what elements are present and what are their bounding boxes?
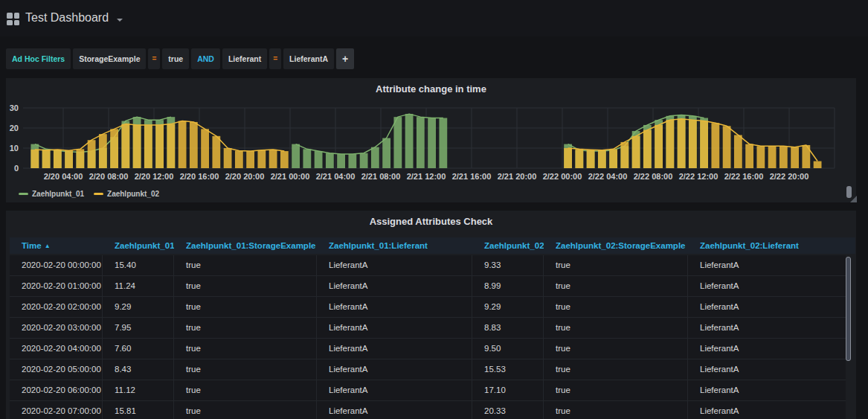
bar-Zaehlpunkt_02[interactable] xyxy=(235,151,243,168)
bar-Zaehlpunkt_01[interactable] xyxy=(382,138,390,169)
bar-Zaehlpunkt_02[interactable] xyxy=(791,147,799,168)
table-cell: LieferantA xyxy=(688,255,846,275)
table-cell: 15.40 xyxy=(103,255,174,275)
bar-Zaehlpunkt_02[interactable] xyxy=(121,124,129,168)
table-cell: LieferantA xyxy=(688,380,846,400)
bar-Zaehlpunkt_02[interactable] xyxy=(609,149,617,168)
bar-Zaehlpunkt_02[interactable] xyxy=(723,126,731,168)
x-axis-label: 2/20 20:00 xyxy=(225,172,265,181)
bar-Zaehlpunkt_02[interactable] xyxy=(54,150,62,168)
bar-Zaehlpunkt_01[interactable] xyxy=(315,151,323,168)
dashboard-title[interactable]: Test Dashboard xyxy=(25,11,109,25)
bar-Zaehlpunkt_02[interactable] xyxy=(212,136,220,168)
bar-Zaehlpunkt_02[interactable] xyxy=(643,130,652,168)
bar-Zaehlpunkt_02[interactable] xyxy=(678,119,686,168)
legend-item[interactable]: Zaehlpunkt_01 xyxy=(19,190,84,198)
legend-item[interactable]: Zaehlpunkt_02 xyxy=(94,190,159,198)
column-header-zaehlpunkt-02[interactable]: Zaehlpunkt_02 xyxy=(472,237,544,254)
bar-Zaehlpunkt_02[interactable] xyxy=(666,120,674,168)
bar-Zaehlpunkt_02[interactable] xyxy=(779,146,788,168)
bar-Zaehlpunkt_02[interactable] xyxy=(42,150,51,168)
bar-Zaehlpunkt_01[interactable] xyxy=(439,118,447,169)
bar-Zaehlpunkt_02[interactable] xyxy=(280,151,289,168)
bar-Zaehlpunkt_02[interactable] xyxy=(133,125,141,168)
x-axis-label: 2/22 04:00 xyxy=(588,172,628,181)
table-cell: 2020-02-20 02:00:00 xyxy=(10,297,103,317)
bar-Zaehlpunkt_02[interactable] xyxy=(65,150,73,168)
bar-Zaehlpunkt_02[interactable] xyxy=(700,121,708,168)
filter-segment-key[interactable]: StorageExample xyxy=(73,48,146,69)
panel-resize-handle[interactable] xyxy=(850,196,857,202)
bar-Zaehlpunkt_02[interactable] xyxy=(155,125,164,168)
bar-Zaehlpunkt_02[interactable] xyxy=(620,142,629,168)
bar-Zaehlpunkt_02[interactable] xyxy=(575,149,583,168)
table-cell: LieferantA xyxy=(317,339,472,359)
dashboards-grid-icon[interactable] xyxy=(7,13,19,25)
bar-Zaehlpunkt_01[interactable] xyxy=(371,147,379,168)
bar-Zaehlpunkt_01[interactable] xyxy=(292,144,300,168)
table-cell: 8.43 xyxy=(103,359,174,380)
column-header-zaehlpunkt-01[interactable]: Zaehlpunkt_01 xyxy=(103,237,174,254)
bar-Zaehlpunkt_02[interactable] xyxy=(201,129,209,168)
bar-Zaehlpunkt_02[interactable] xyxy=(745,144,753,168)
bar-Zaehlpunkt_02[interactable] xyxy=(711,123,719,168)
table-panel-title[interactable]: Assigned Attributes Check xyxy=(6,216,856,227)
legend-series-label: Zaehlpunkt_01 xyxy=(32,190,84,198)
bar-Zaehlpunkt_02[interactable] xyxy=(632,136,640,168)
add-filter-button[interactable]: + xyxy=(336,48,354,69)
bar-Zaehlpunkt_01[interactable] xyxy=(337,154,345,168)
bar-Zaehlpunkt_01[interactable] xyxy=(303,149,311,168)
bar-Zaehlpunkt_02[interactable] xyxy=(110,129,118,168)
table-cell: LieferantA xyxy=(317,380,472,400)
bar-Zaehlpunkt_02[interactable] xyxy=(30,150,39,168)
bar-Zaehlpunkt_02[interactable] xyxy=(224,148,232,168)
filter-segment-op[interactable]: = xyxy=(148,48,160,69)
table-body: 2020-02-20 00:00:0015.40trueLieferantA9.… xyxy=(10,255,846,419)
bar-Zaehlpunkt_01[interactable] xyxy=(393,117,402,168)
table-cell: LieferantA xyxy=(317,401,472,419)
chevron-down-icon[interactable] xyxy=(117,19,123,22)
bar-Zaehlpunkt_02[interactable] xyxy=(734,135,742,168)
bar-Zaehlpunkt_02[interactable] xyxy=(587,150,595,168)
column-header-zaehlpunkt-01-lieferant[interactable]: Zaehlpunkt_01:Lieferant xyxy=(317,237,472,254)
column-header-zaehlpunkt-02-lieferant[interactable]: Zaehlpunkt_02:Lieferant xyxy=(688,237,846,254)
bar-Zaehlpunkt_02[interactable] xyxy=(756,146,765,168)
x-axis-label: 2/21 12:00 xyxy=(407,172,446,181)
y-axis-label: 10 xyxy=(10,144,19,153)
bar-Zaehlpunkt_02[interactable] xyxy=(88,140,96,168)
bar-Zaehlpunkt_02[interactable] xyxy=(76,149,84,168)
column-header-zaehlpunkt-02-storageexample[interactable]: Zaehlpunkt_02:StorageExample xyxy=(544,237,688,254)
filter-segment-value[interactable]: LieferantA xyxy=(283,48,334,69)
bar-Zaehlpunkt_01[interactable] xyxy=(326,153,334,168)
bar-Zaehlpunkt_02[interactable] xyxy=(598,150,606,168)
bar-Zaehlpunkt_02[interactable] xyxy=(190,122,198,168)
chart-panel-title[interactable]: Attribute change in time xyxy=(6,83,856,95)
bar-Zaehlpunkt_01[interactable] xyxy=(348,154,356,168)
bar-Zaehlpunkt_01[interactable] xyxy=(417,117,425,168)
bar-Zaehlpunkt_02[interactable] xyxy=(269,150,277,168)
bar-Zaehlpunkt_02[interactable] xyxy=(144,125,152,168)
bar-Zaehlpunkt_02[interactable] xyxy=(655,125,663,168)
bar-Zaehlpunkt_02[interactable] xyxy=(257,150,266,168)
bar-Zaehlpunkt_02[interactable] xyxy=(246,151,254,168)
x-axis-label: 2/21 20:00 xyxy=(498,172,537,181)
bar-Zaehlpunkt_01[interactable] xyxy=(405,114,414,168)
filter-segment-cond[interactable]: AND xyxy=(191,48,220,69)
filter-segment-key[interactable]: Lieferant xyxy=(222,48,267,69)
bar-Zaehlpunkt_02[interactable] xyxy=(167,124,175,168)
table-cell: 17.10 xyxy=(472,380,544,400)
bar-Zaehlpunkt_01[interactable] xyxy=(360,153,368,168)
column-header-zaehlpunkt-01-storageexample[interactable]: Zaehlpunkt_01:StorageExample xyxy=(174,237,317,254)
bar-Zaehlpunkt_02[interactable] xyxy=(768,146,777,168)
bar-Zaehlpunkt_02[interactable] xyxy=(689,120,697,168)
bar-Zaehlpunkt_02[interactable] xyxy=(179,121,187,168)
table-cell: 2020-02-20 05:00:00 xyxy=(10,359,103,380)
bar-Zaehlpunkt_02[interactable] xyxy=(99,134,107,168)
table-scrollbar-thumb[interactable] xyxy=(846,257,851,361)
bar-Zaehlpunkt_02[interactable] xyxy=(814,161,822,168)
column-header-time[interactable]: Time▲ xyxy=(10,237,103,254)
filter-segment-op[interactable]: = xyxy=(269,48,281,69)
filter-segment-value[interactable]: true xyxy=(162,48,189,69)
bar-Zaehlpunkt_02[interactable] xyxy=(564,148,572,168)
bar-Zaehlpunkt_01[interactable] xyxy=(428,118,436,169)
